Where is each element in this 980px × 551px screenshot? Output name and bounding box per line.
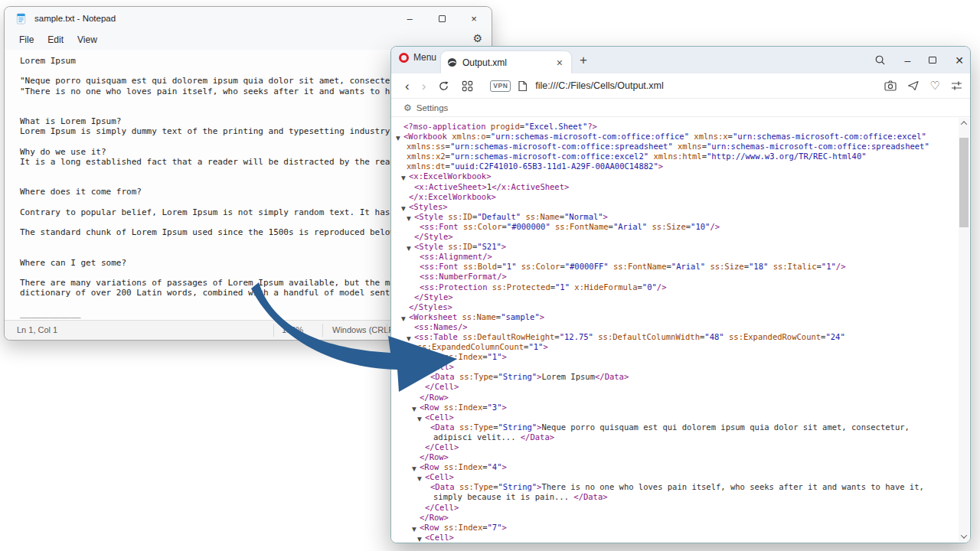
xml-token: </Data xyxy=(595,372,624,381)
xml-token: ss:ID xyxy=(448,212,472,221)
tab-close-icon[interactable]: × xyxy=(554,57,565,69)
notepad-close-button[interactable]: × xyxy=(458,7,490,30)
favorites-heart-icon[interactable]: ♡ xyxy=(930,79,940,93)
xml-token: ss:Index xyxy=(444,462,483,471)
notepad-window-title: sample.txt - Notepad xyxy=(34,14,116,23)
menu-view[interactable]: View xyxy=(70,32,104,47)
scrollbar-thumb[interactable] xyxy=(959,138,969,227)
back-button[interactable]: ‹ xyxy=(399,80,416,93)
xml-token: <Workbook xyxy=(403,132,447,141)
xml-token: xmlns:html xyxy=(653,152,701,161)
xml-token: "urn:schemas-microsoft-com:office:office… xyxy=(491,132,689,141)
vpn-badge[interactable]: VPN xyxy=(490,80,511,92)
search-icon[interactable] xyxy=(874,54,886,66)
xml-token: Neque porro quisquam est qui dolorem ips… xyxy=(541,422,909,432)
xml-token: <Data xyxy=(430,372,455,381)
menu-file[interactable]: File xyxy=(12,32,41,47)
xml-token: <Row xyxy=(420,523,439,532)
xml-token: <x:ExcelWorkbook xyxy=(409,171,486,181)
notepad-minimize-button[interactable]: – xyxy=(394,7,426,30)
xml-line: xmlns:dt="uuid:C2F41010-65B3-11d1-A29F-0… xyxy=(396,161,970,171)
xml-line: ▼<Row ss:Index="4"> xyxy=(396,462,970,472)
xml-token: "urn:schemas-microsoft-com:office:excel2… xyxy=(450,152,648,161)
xml-token: "urn:schemas-microsoft-com:office:excel" xyxy=(733,132,926,141)
address-bar-url[interactable]: file:///C:/Files/Cells/Output.xml xyxy=(535,80,663,91)
xml-token: xmlns:ss xyxy=(407,142,446,151)
xml-token: ss:Type xyxy=(459,372,493,381)
xml-token: xmlns:dt xyxy=(407,161,446,171)
xml-token: </Style xyxy=(414,292,448,302)
xml-viewer-content: <?mso-application progid="Excel.Sheet"?>… xyxy=(391,118,970,543)
xml-token: > xyxy=(448,232,452,241)
xml-line: ▼<Style ss:ID="Default" ss:Name="Normal"… xyxy=(396,212,970,222)
xml-token: "#000000" xyxy=(507,222,550,231)
xml-line: ▼<Worksheet ss:Name="sample"> xyxy=(396,312,970,322)
xml-token: ss:FontName xyxy=(613,262,667,271)
xml-token: > xyxy=(543,342,547,351)
xml-line: <ss:NumberFormat/> xyxy=(396,272,970,282)
xml-line: <Data ss:Type="String">There is no one w… xyxy=(396,482,970,492)
scrollbar[interactable] xyxy=(959,118,969,542)
page-document-icon[interactable] xyxy=(518,80,528,92)
browser-maximize-button[interactable] xyxy=(929,57,936,64)
forward-button[interactable]: › xyxy=(416,80,433,93)
xml-token: ss:DefaultRowHeight xyxy=(462,332,554,341)
xml-line: xmlns:x2="urn:schemas-microsoft-com:offi… xyxy=(396,152,970,161)
xml-line: simply because it is pain... </Data> xyxy=(396,492,970,502)
xml-token: ss:Type xyxy=(459,482,493,491)
xml-token: ss:Size xyxy=(652,222,686,231)
new-tab-button[interactable]: + xyxy=(580,53,587,68)
xml-token: > xyxy=(454,503,459,512)
notepad-titlebar[interactable]: sample.txt - Notepad – × xyxy=(5,7,492,30)
xml-token: ss:Color xyxy=(463,222,502,231)
menu-edit[interactable]: Edit xyxy=(41,32,70,47)
xml-token: ss:Type xyxy=(459,422,493,432)
opera-menu-button[interactable]: Menu xyxy=(399,52,436,63)
snapshot-camera-icon[interactable] xyxy=(884,80,897,91)
xml-token: "String" xyxy=(498,422,537,432)
browser-close-button[interactable]: ✕ xyxy=(955,54,964,67)
xml-token: <ss:Font xyxy=(420,262,459,271)
xml-line: ▼<Row ss:Index="7"> xyxy=(396,523,970,533)
xml-token: /> xyxy=(836,262,846,271)
xml-token: > xyxy=(443,202,447,211)
xml-token: <Cell xyxy=(425,362,449,371)
xml-token: "48" xyxy=(704,332,724,341)
xml-token: <Row xyxy=(420,352,439,361)
xml-token: "1" xyxy=(488,352,502,361)
xml-token: adipisci velit... xyxy=(433,432,521,442)
xml-token: <Style xyxy=(414,212,443,221)
xml-token: "4" xyxy=(488,462,502,471)
easy-setup-sliders-icon[interactable] xyxy=(951,80,962,91)
xml-token: "urn:schemas-microsoft-com:office:spread… xyxy=(450,142,673,151)
xml-token: <ss:Protection xyxy=(420,282,488,292)
my-flow-send-icon[interactable] xyxy=(907,80,920,91)
xml-token: "24" xyxy=(825,332,844,341)
xml-token: ss:DefaultColumnWidth xyxy=(598,332,700,341)
tab-output-xml[interactable]: Output.xml × xyxy=(441,51,571,73)
scroll-up-icon[interactable] xyxy=(959,118,969,129)
xml-token: "Excel.Sheet" xyxy=(524,122,587,131)
xml-line: <Data ss:Type="String">Lorem Ipsum</Data… xyxy=(396,372,970,382)
xml-line: </Cell> xyxy=(396,382,970,392)
xml-token: <Data xyxy=(430,482,455,491)
xml-token: > xyxy=(658,161,663,171)
xml-token: </x:ExcelWorkbook xyxy=(409,192,491,201)
xml-token: <Cell xyxy=(425,533,449,542)
xml-token: "sample" xyxy=(501,312,540,321)
notepad-maximize-button[interactable] xyxy=(426,7,458,30)
browser-minimize-button[interactable]: – xyxy=(904,54,910,67)
bookmark-settings[interactable]: Settings xyxy=(416,103,449,112)
notepad-settings-gear-icon[interactable]: ⚙ xyxy=(472,32,482,44)
reload-icon[interactable] xyxy=(438,80,449,92)
xml-line: ▼<ss:Table ss:DefaultRowHeight="12.75" s… xyxy=(396,332,970,342)
scroll-down-icon[interactable] xyxy=(959,531,969,542)
xml-token: ss:Protected xyxy=(492,282,550,292)
xml-token: </Cell xyxy=(425,442,454,452)
collapse-toggle-icon[interactable]: ▼ xyxy=(417,534,422,543)
tab-strip: Menu Output.xml × + – ✕ xyxy=(391,47,970,73)
xml-token: "1" xyxy=(555,282,570,292)
speed-dial-grid-icon[interactable] xyxy=(462,80,473,92)
xml-token: ss:FontName xyxy=(555,222,609,231)
xml-token: "10" xyxy=(691,222,710,231)
